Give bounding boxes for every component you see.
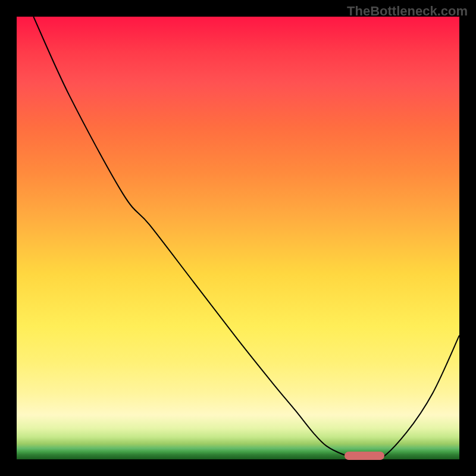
bottleneck-curve xyxy=(17,17,459,459)
watermark-text: TheBottleneck.com xyxy=(347,4,468,19)
chart-plot-area xyxy=(17,17,459,459)
optimal-range-marker xyxy=(345,452,384,460)
